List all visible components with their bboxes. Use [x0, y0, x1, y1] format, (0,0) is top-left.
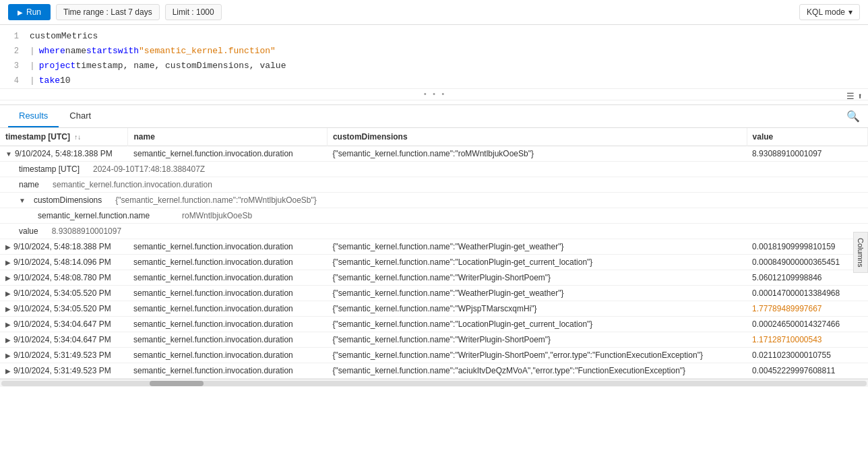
expand-icon[interactable]: ▼: [5, 150, 12, 158]
format-icon[interactable]: ☰: [846, 91, 855, 102]
table-row[interactable]: ▶9/10/2024, 5:34:04.647 PMsemantic_kerne…: [0, 332, 868, 348]
cell-value: 0.000147000013384968: [747, 286, 867, 301]
expand-icon[interactable]: ▶: [5, 367, 11, 375]
child-value: roMWntlbjukOoeSb: [182, 211, 252, 220]
cell-timestamp: ▶9/10/2024, 5:48:18.388 PM: [0, 239, 128, 255]
query-editor[interactable]: 1 customMetrics 2 | where name startswit…: [0, 25, 868, 105]
table-header-row: timestamp [UTC] ↑↓ name customDimensions…: [0, 128, 868, 146]
col-header-customdimensions[interactable]: customDimensions: [327, 128, 747, 146]
table-row[interactable]: ▼9/10/2024, 5:48:18.388 PMsemantic_kerne…: [0, 146, 868, 162]
cell-customdimensions: {"semantic_kernel.function.name":"aciukI…: [327, 363, 747, 379]
table-row[interactable]: ▶9/10/2024, 5:34:04.647 PMsemantic_kerne…: [0, 317, 868, 332]
cell-customdimensions: {"semantic_kernel.function.name":"Writer…: [327, 270, 747, 286]
cell-timestamp: ▶9/10/2024, 5:48:14.096 PM: [0, 255, 128, 270]
editor-line-4: 4 | take 10: [0, 73, 868, 88]
sub-label: customDimensions: [34, 195, 102, 205]
pipe-2: |: [30, 44, 35, 58]
run-label: Run: [26, 7, 41, 17]
table-row[interactable]: ▶9/10/2024, 5:48:08.780 PMsemantic_kerne…: [0, 270, 868, 286]
collapse-icon[interactable]: ⬆: [857, 91, 863, 102]
sub-cell: timestamp [UTC]2024-09-10T17:48:18.38840…: [0, 162, 868, 177]
results-table-container: timestamp [UTC] ↑↓ name customDimensions…: [0, 128, 868, 463]
cell-name: semantic_kernel.function.invocation.dura…: [128, 255, 327, 270]
table-sub-row: timestamp [UTC]2024-09-10T17:48:18.38840…: [0, 162, 868, 177]
cell-value: 5.06012109998846: [747, 270, 867, 286]
cell-value: 0.000246500014327466: [747, 317, 867, 332]
scrollbar-thumb[interactable]: [150, 381, 204, 386]
expand-icon[interactable]: ▶: [5, 336, 11, 344]
cell-timestamp: ▶9/10/2024, 5:34:05.520 PM: [0, 286, 128, 301]
expand-icon[interactable]: ▶: [5, 274, 11, 282]
kql-mode-dropdown[interactable]: KQL mode ▾: [799, 4, 860, 20]
cell-timestamp: ▶9/10/2024, 5:34:04.647 PM: [0, 317, 128, 332]
cell-name: semantic_kernel.function.invocation.dura…: [128, 317, 327, 332]
table-sub-row-child: semantic_kernel.function.nameroMWntlbjuk…: [0, 208, 868, 224]
cell-timestamp: ▶9/10/2024, 5:34:05.520 PM: [0, 301, 128, 317]
cell-value: 0.00181909999810159: [747, 239, 867, 255]
expand-icon[interactable]: ▶: [5, 243, 11, 251]
table-row[interactable]: ▶9/10/2024, 5:31:49.523 PMsemantic_kerne…: [0, 363, 868, 379]
cell-name: semantic_kernel.function.invocation.dura…: [128, 348, 327, 363]
col-header-name[interactable]: name: [128, 128, 327, 146]
limit-selector[interactable]: Limit : 1000: [165, 4, 222, 20]
horizontal-scrollbar[interactable]: [0, 379, 868, 387]
kw-where: where: [39, 44, 65, 58]
search-icon[interactable]: 🔍: [846, 110, 860, 123]
editor-line-2: 2 | where name startswith "semantic_kern…: [0, 44, 868, 59]
col-header-value[interactable]: value: [747, 128, 867, 146]
tab-results[interactable]: Results: [8, 105, 59, 127]
cell-customdimensions: {"semantic_kernel.function.name":"Weathe…: [327, 286, 747, 301]
pipe-4: |: [30, 74, 35, 88]
sub-cell: value8.93088910001097: [0, 224, 868, 239]
results-tabs: Results Chart 🔍: [0, 105, 868, 128]
table-row[interactable]: ▶9/10/2024, 5:34:05.520 PMsemantic_kerne…: [0, 286, 868, 301]
sub-value: {"semantic_kernel.function.name":"roMWnt…: [115, 195, 317, 205]
sub-label: name: [19, 180, 39, 189]
sort-icon: ↑↓: [74, 133, 81, 141]
expand-icon[interactable]: ▶: [5, 305, 11, 313]
cell-customdimensions: {"semantic_kernel.function.name":"Writer…: [327, 348, 747, 363]
sub-expand-icon[interactable]: ▼: [19, 197, 26, 204]
pipe-3: |: [30, 59, 35, 73]
child-label: semantic_kernel.function.name: [38, 211, 150, 220]
columns-button[interactable]: Columns: [853, 232, 868, 273]
table-row[interactable]: ▶9/10/2024, 5:48:18.388 PMsemantic_kerne…: [0, 239, 868, 255]
sub-value: semantic_kernel.function.invocation.dura…: [53, 180, 212, 189]
expand-icon[interactable]: ▶: [5, 321, 11, 328]
cell-name: semantic_kernel.function.invocation.dura…: [128, 146, 327, 162]
table-row[interactable]: ▶9/10/2024, 5:31:49.523 PMsemantic_kerne…: [0, 348, 868, 363]
cell-name: semantic_kernel.function.invocation.dura…: [128, 332, 327, 348]
sub-label: value: [19, 226, 38, 236]
time-range-selector[interactable]: Time range : Last 7 days: [56, 4, 160, 20]
expand-icon[interactable]: ▶: [5, 352, 11, 359]
kql-mode-label: KQL mode: [807, 7, 845, 17]
table-row[interactable]: ▶9/10/2024, 5:34:05.520 PMsemantic_kerne…: [0, 301, 868, 317]
cell-value: 8.93088910001097: [747, 146, 867, 162]
cell-name: semantic_kernel.function.invocation.dura…: [128, 239, 327, 255]
line-num-3: 3: [5, 59, 19, 73]
results-table: timestamp [UTC] ↑↓ name customDimensions…: [0, 128, 868, 379]
cell-name: semantic_kernel.function.invocation.dura…: [128, 301, 327, 317]
sub-value: 8.93088910001097: [52, 226, 121, 236]
tab-chart[interactable]: Chart: [59, 105, 102, 127]
col-header-timestamp[interactable]: timestamp [UTC] ↑↓: [0, 128, 128, 146]
sub-cell: ▼customDimensions{"semantic_kernel.funct…: [0, 193, 868, 208]
table-sub-row: value8.93088910001097: [0, 224, 868, 239]
line-num-4: 4: [5, 74, 19, 88]
line-num-2: 2: [5, 44, 19, 58]
cell-customdimensions: {"semantic_kernel.function.name":"Locati…: [327, 317, 747, 332]
toolbar: ▶ Run Time range : Last 7 days Limit : 1…: [0, 0, 868, 25]
cell-name: semantic_kernel.function.invocation.dura…: [128, 286, 327, 301]
cell-customdimensions: {"semantic_kernel.function.name":"Weathe…: [327, 239, 747, 255]
cell-customdimensions: {"semantic_kernel.function.name":"Locati…: [327, 255, 747, 270]
cell-customdimensions: {"semantic_kernel.function.name":"roMWnt…: [327, 146, 747, 162]
sub-value: 2024-09-10T17:48:18.388407Z: [93, 164, 205, 174]
run-button[interactable]: ▶ Run: [8, 4, 51, 20]
sub-cell: namesemantic_kernel.function.invocation.…: [0, 177, 868, 193]
limit-value: 1000: [196, 7, 214, 17]
table-sub-row: ▼customDimensions{"semantic_kernel.funct…: [0, 193, 868, 208]
expand-icon[interactable]: ▶: [5, 290, 11, 297]
expand-icon[interactable]: ▶: [5, 259, 11, 266]
cell-value: 1.17128710000543: [747, 332, 867, 348]
table-row[interactable]: ▶9/10/2024, 5:48:14.096 PMsemantic_kerne…: [0, 255, 868, 270]
